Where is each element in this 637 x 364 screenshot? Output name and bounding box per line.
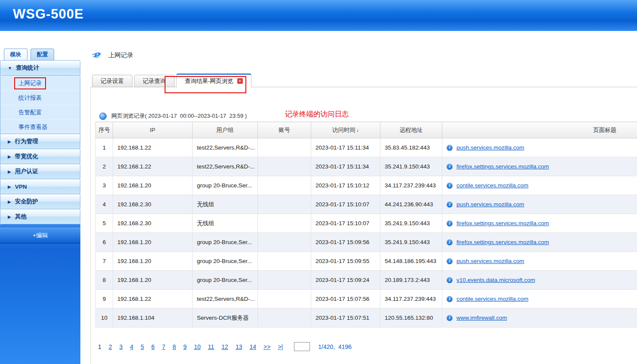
page-title: 上网记录 bbox=[108, 51, 133, 59]
page-title-link[interactable]: contile.services.mozilla.com bbox=[456, 296, 528, 302]
page-summary: 1/420, 4196 bbox=[318, 343, 352, 350]
page-title-link[interactable]: firefox.settings.services.mozilla.com bbox=[456, 220, 549, 226]
browser-icon: e bbox=[92, 50, 102, 60]
table-header-row: 序号 IP 用户组 账号 访问时间↓ 远程地址 页面标题 bbox=[96, 122, 637, 138]
close-icon[interactable]: × bbox=[237, 78, 243, 84]
sidebar-tab-config[interactable]: 配置 bbox=[31, 49, 54, 61]
globe-icon bbox=[99, 113, 107, 120]
page-link-7[interactable]: 7 bbox=[162, 343, 165, 350]
info-icon: i bbox=[447, 296, 453, 302]
sidebar-item-label: 事件查看器 bbox=[18, 123, 48, 131]
table-row: 10 192.168.1.104 Servers-DCR服务器 2023-01-… bbox=[96, 309, 637, 327]
info-icon: i bbox=[447, 277, 453, 283]
page-title-link[interactable]: push.services.mozilla.com bbox=[456, 144, 524, 151]
sidebar-tab-module[interactable]: 模块 bbox=[4, 49, 28, 61]
page-next-link[interactable]: >> bbox=[263, 343, 270, 350]
col-header-ip[interactable]: IP bbox=[113, 122, 193, 138]
sidebar-group-vpn[interactable]: ▶ VPN bbox=[0, 179, 80, 194]
sidebar-tabs: 模块 配置 bbox=[4, 49, 80, 61]
table-row: 9 192.168.1.22 test22,Servers,R&D-... 20… bbox=[96, 290, 637, 309]
page-title-link[interactable]: firefox.settings.services.mozilla.com bbox=[456, 163, 549, 170]
sidebar-item-online-records[interactable]: 上网记录 bbox=[0, 76, 80, 90]
col-header-time[interactable]: 访问时间↓ bbox=[311, 122, 380, 138]
main-content: e 上网记录 记录设置 记录查询 查询结果-网页浏览 × 网页浏览记录( 202… bbox=[80, 31, 637, 364]
sidebar-item-event-viewer[interactable]: 事件查看器 bbox=[0, 119, 80, 134]
info-icon: i bbox=[447, 202, 453, 208]
page-input[interactable] bbox=[294, 342, 310, 351]
page-title-link[interactable]: www.imfirewall.com bbox=[456, 315, 507, 321]
sidebar-edit-button[interactable]: +编辑 bbox=[0, 228, 80, 244]
table-row: 2 192.168.1.22 test22,Servers,R&D-... 20… bbox=[96, 157, 637, 176]
table-row: 5 192.168.2.30 无线组 2023-01-17 15:10:07 3… bbox=[96, 214, 637, 233]
page-title-link[interactable]: push.services.mozilla.com bbox=[456, 201, 524, 208]
tab-record-query[interactable]: 记录查询 bbox=[134, 75, 175, 87]
info-icon: i bbox=[447, 258, 453, 264]
sidebar-menu: ▼ 查询统计 上网记录 统计报表 告警配置 事件查看器 bbox=[0, 61, 80, 224]
table-row: 1 192.168.1.22 test22,Servers,R&D-... 20… bbox=[96, 138, 637, 157]
page-link-10[interactable]: 10 bbox=[194, 343, 201, 350]
page-link-13[interactable]: 13 bbox=[236, 343, 242, 350]
sidebar-item-label: 告警配置 bbox=[18, 109, 42, 116]
col-header-no[interactable]: 序号 bbox=[96, 122, 113, 138]
app-title: WSG-500E bbox=[13, 6, 84, 22]
sidebar-group-bandwidth[interactable]: ▶ 带宽优化 bbox=[0, 149, 80, 164]
tab-bar: 记录设置 记录查询 查询结果-网页浏览 × bbox=[92, 73, 253, 87]
page-link-3[interactable]: 3 bbox=[119, 343, 123, 350]
table-row: 4 192.168.2.30 无线组 2023-01-17 15:10:07 4… bbox=[96, 195, 637, 214]
triangle-right-icon: ▶ bbox=[8, 199, 11, 204]
sidebar-group-other[interactable]: ▶ 其他 bbox=[0, 209, 80, 224]
triangle-right-icon: ▶ bbox=[8, 184, 11, 189]
sidebar-group-behavior[interactable]: ▶ 行为管理 bbox=[0, 134, 80, 149]
page-link-11[interactable]: 11 bbox=[208, 343, 214, 350]
tab-record-settings[interactable]: 记录设置 bbox=[92, 75, 132, 87]
sidebar-item-alert-config[interactable]: 告警配置 bbox=[0, 105, 80, 119]
table-row: 6 192.168.1.20 group 20-Bruce,Ser... 202… bbox=[96, 233, 637, 252]
page-link-4[interactable]: 4 bbox=[130, 343, 133, 350]
info-icon: i bbox=[447, 315, 453, 321]
info-icon: i bbox=[447, 220, 453, 226]
sidebar-submenu: 上网记录 统计报表 告警配置 事件查看器 bbox=[0, 76, 80, 134]
triangle-right-icon: ▶ bbox=[8, 139, 11, 144]
sidebar-footer: +编辑 bbox=[0, 224, 80, 364]
page-link-9[interactable]: 9 bbox=[183, 343, 187, 350]
info-icon: i bbox=[447, 183, 453, 189]
col-header-account[interactable]: 账号 bbox=[258, 122, 311, 138]
col-header-title[interactable]: 页面标题 bbox=[442, 122, 637, 138]
sidebar-group-label: 行为管理 bbox=[15, 138, 38, 145]
page-link-5[interactable]: 5 bbox=[141, 343, 144, 350]
page-title-link[interactable]: v10.events.data.microsoft.com bbox=[456, 277, 535, 283]
sidebar-group-query-stats[interactable]: ▼ 查询统计 bbox=[0, 60, 80, 76]
tab-query-result-web[interactable]: 查询结果-网页浏览 × bbox=[176, 73, 251, 88]
sidebar-group-label: 查询统计 bbox=[16, 64, 39, 72]
page-last-link[interactable]: >| bbox=[278, 343, 283, 350]
records-table: 序号 IP 用户组 账号 访问时间↓ 远程地址 页面标题 1 192.168.1… bbox=[95, 122, 637, 327]
page-link-12[interactable]: 12 bbox=[221, 343, 228, 350]
info-icon: i bbox=[447, 145, 453, 151]
page-link-2[interactable]: 2 bbox=[109, 343, 112, 350]
sidebar-item-stat-report[interactable]: 统计报表 bbox=[0, 90, 80, 105]
page-title-link[interactable]: contile.services.mozilla.com bbox=[456, 182, 528, 189]
info-icon: i bbox=[447, 164, 453, 170]
info-icon: i bbox=[447, 239, 453, 245]
sidebar-group-label: 其他 bbox=[15, 213, 27, 220]
page-current: 1 bbox=[98, 343, 101, 350]
sidebar-group-user-auth[interactable]: ▶ 用户认证 bbox=[0, 164, 80, 179]
sidebar-group-label: 用户认证 bbox=[15, 168, 38, 175]
tab-label: 查询结果-网页浏览 bbox=[185, 75, 233, 87]
page-link-6[interactable]: 6 bbox=[151, 343, 155, 350]
table-row: 3 192.168.1.20 group 20-Bruce,Ser... 202… bbox=[96, 176, 637, 195]
page-title-link[interactable]: firefox.settings.services.mozilla.com bbox=[456, 239, 549, 245]
sidebar-group-security[interactable]: ▶ 安全防护 bbox=[0, 194, 80, 209]
col-header-remote[interactable]: 远程地址 bbox=[380, 122, 442, 138]
record-range-label: 网页浏览记录( 2023-01-17 00:00--2023-01-17 23:… bbox=[111, 112, 247, 120]
sidebar-group-label: 带宽优化 bbox=[15, 153, 38, 160]
app-header: WSG-500E bbox=[0, 0, 637, 31]
record-info: 网页浏览记录( 2023-01-17 00:00--2023-01-17 23:… bbox=[99, 112, 247, 120]
sidebar-group-label: 安全防护 bbox=[15, 198, 38, 205]
col-header-group[interactable]: 用户组 bbox=[193, 122, 258, 138]
annotation-box-selected-item: 上网记录 bbox=[14, 77, 46, 89]
page-link-8[interactable]: 8 bbox=[173, 343, 176, 350]
sidebar-item-label: 统计报表 bbox=[18, 94, 42, 102]
page-link-14[interactable]: 14 bbox=[249, 343, 256, 350]
page-title-link[interactable]: push.services.mozilla.com bbox=[456, 258, 524, 264]
